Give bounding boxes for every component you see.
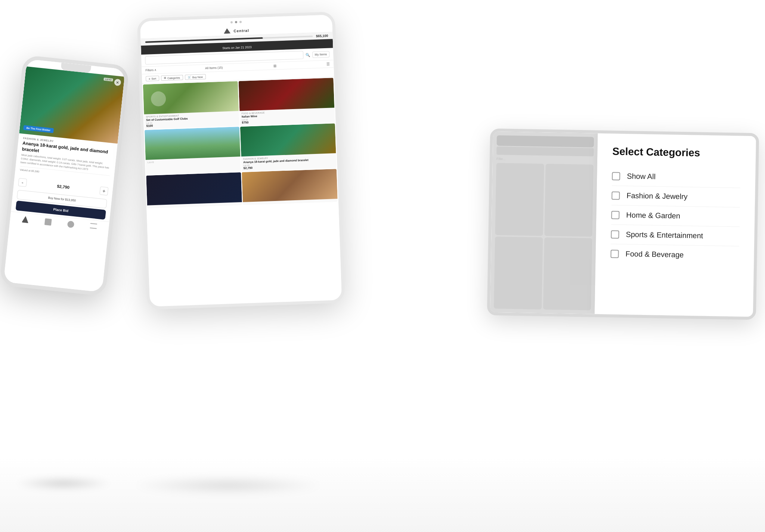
bid-amount-display: $65,100: [316, 34, 328, 38]
valued-at-label: Valued at $5,580: [20, 168, 40, 173]
grid-view-icon[interactable]: ⊞: [273, 64, 276, 68]
phone-shadow: [15, 476, 112, 491]
item-info-2: FOOD & BEVERAGE Italian Wine Lot #2 $750: [239, 108, 335, 126]
item-card-4[interactable]: FASHION & JEWELRY Ananya 18-karat gold, …: [240, 123, 337, 171]
items-grid: SPORTS & ENTERTAINMENT Set of Customizab…: [142, 77, 338, 209]
tablet2-item-3: [494, 236, 543, 309]
bid-icon[interactable]: [44, 218, 52, 226]
category-item-show-all[interactable]: Show All: [612, 166, 741, 188]
category-panel: Select Categories Show All Fashion & Jew…: [595, 133, 756, 317]
tablet2-screen: Filte... Select Categories Show All: [490, 132, 756, 317]
category-label-food-beverage: Food & Beverage: [625, 250, 684, 259]
camera-dot-3: [239, 21, 242, 23]
tablet-device: Central $65,100 Starts on Jan 21 2023 🔍 …: [137, 12, 345, 310]
buy-now-button[interactable]: 🛒 Buy Now: [185, 74, 206, 80]
search-icon[interactable]: 🔍: [306, 53, 310, 57]
tablet2-filters: [496, 146, 594, 157]
menu-icon[interactable]: [90, 223, 97, 229]
home-icon[interactable]: [22, 216, 29, 223]
checkbox-food-beverage[interactable]: [610, 250, 619, 258]
category-item-fashion-jewelry[interactable]: Fashion & Jewelry: [611, 186, 740, 207]
sort-button[interactable]: ≡ Sort: [146, 76, 159, 81]
item-image-wine: [239, 78, 335, 111]
tablet2-device: Filte... Select Categories Show All: [487, 129, 759, 320]
item-card-6[interactable]: [242, 169, 338, 205]
item-image-jewelry: [240, 123, 336, 157]
tablet2-item-1: [495, 163, 544, 236]
tablet-shadow: [131, 476, 325, 495]
close-icon[interactable]: ✕: [114, 79, 121, 86]
quantity-plus-button[interactable]: +: [99, 186, 108, 195]
tablet2-filters-label: Filte...: [496, 155, 594, 164]
app-logo-icon: [224, 28, 230, 34]
item-image-dark: [146, 172, 242, 205]
cart-icon: 🛒: [188, 76, 191, 79]
category-label-sports-entertainment: Sports & Entertainment: [626, 230, 703, 240]
camera-dot-1: [230, 21, 233, 24]
tablet2-blurred-app: Filte...: [490, 132, 598, 314]
category-label-home-garden: Home & Garden: [626, 211, 680, 220]
phone-screen: ✕ Lot #2 Be The First Bidder FASHION & J…: [3, 59, 125, 292]
category-label-show-all: Show All: [627, 172, 656, 181]
sort-icon: ≡: [149, 77, 150, 80]
camera-dot-2: [235, 21, 237, 23]
item-info-4: FASHION & JEWELRY Ananya 18-karat gold, …: [241, 153, 337, 171]
my-items-button[interactable]: My Items: [312, 51, 329, 58]
category-item-sports-entertainment[interactable]: Sports & Entertainment: [611, 225, 740, 246]
item-card-3[interactable]: Lot #3: [145, 127, 241, 175]
items-count: All Items (15): [205, 66, 223, 70]
checkbox-fashion-jewelry[interactable]: [611, 191, 620, 200]
tablet2-item-4: [543, 237, 592, 310]
checkbox-home-garden[interactable]: [611, 211, 619, 219]
tablet2-search-bar: [497, 135, 594, 148]
category-label-fashion-jewelry: Fashion & Jewelry: [626, 191, 688, 201]
background-decoration: [0, 457, 765, 532]
item-image-accessories: [242, 169, 338, 202]
item-card-2[interactable]: FOOD & BEVERAGE Italian Wine Lot #2 $750: [239, 78, 335, 126]
phone-lot-badge: Lot #2: [103, 78, 113, 82]
select-categories-title: Select Categories: [612, 145, 741, 160]
item-card-1[interactable]: SPORTS & ENTERTAINMENT Set of Customizab…: [143, 81, 239, 129]
category-item-food-beverage[interactable]: Food & Beverage: [610, 244, 739, 265]
tablet2-items-grid: [494, 163, 594, 310]
categories-button[interactable]: ⊞ Categories: [161, 75, 183, 81]
start-date-text: Starts on Jan 21 2023: [222, 46, 252, 50]
phone-hero-image: ✕ Lot #2 Be The First Bidder: [19, 66, 124, 144]
checkbox-show-all[interactable]: [612, 172, 620, 180]
item-image-mountains: [145, 127, 241, 160]
phone-device: ✕ Lot #2 Be The First Bidder FASHION & J…: [0, 55, 130, 296]
quantity-minus-button[interactable]: -: [18, 178, 27, 187]
app-logo-text: Central: [233, 28, 249, 33]
checkbox-sports-entertainment[interactable]: [611, 230, 619, 238]
scene: ✕ Lot #2 Be The First Bidder FASHION & J…: [0, 0, 765, 532]
item-image-golf: [143, 81, 239, 114]
tablet2-item-2: [544, 164, 593, 236]
tablet-screen: Central $65,100 Starts on Jan 21 2023 🔍 …: [140, 21, 341, 302]
first-bidder-badge: Be The First Bidder: [23, 125, 53, 133]
category-item-home-garden[interactable]: Home & Garden: [611, 205, 740, 227]
filters-label[interactable]: Filters ∧: [145, 68, 157, 72]
bid-value-display: $2,790: [57, 184, 70, 189]
item-card-5[interactable]: [146, 172, 242, 208]
list-view-icon[interactable]: ☰: [326, 62, 330, 66]
user-icon[interactable]: [67, 220, 75, 228]
categories-icon: ⊞: [164, 77, 166, 80]
